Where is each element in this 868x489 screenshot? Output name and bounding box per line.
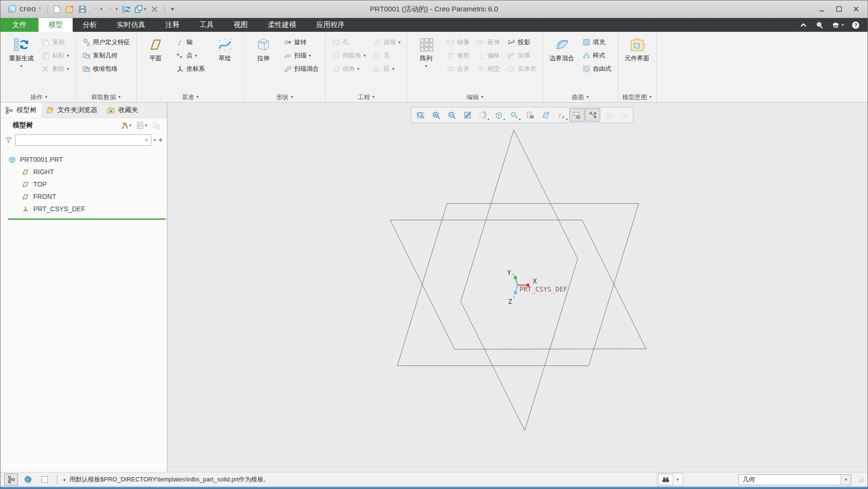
repaint-button[interactable] — [460, 108, 475, 122]
window-switch-button[interactable]: ▾ — [133, 3, 148, 15]
拉伸-button[interactable]: 拉伸 — [248, 35, 279, 63]
binoculars-button[interactable] — [658, 474, 673, 485]
group-label[interactable]: 形状▾ — [247, 92, 323, 102]
孔-button[interactable]: 孔 — [330, 36, 368, 48]
filter-dropdown-arrow[interactable]: ▾ — [154, 138, 156, 142]
tab-柔性建模[interactable]: 柔性建模 — [258, 18, 306, 32]
tab-file[interactable]: 文件 — [0, 18, 38, 32]
收缩包络-button[interactable]: 收缩包络 — [80, 63, 132, 75]
group-label[interactable]: 工程▾ — [328, 92, 405, 102]
粘贴-button[interactable]: 粘贴▾ — [39, 49, 72, 62]
view-manager-button[interactable] — [522, 108, 538, 122]
tab-视图[interactable]: 视图 — [224, 18, 258, 32]
annotations-button[interactable] — [569, 108, 585, 122]
customize-toolbar-button[interactable]: ▼ — [169, 3, 177, 15]
倒圆角-button[interactable]: 倒圆角▾ — [330, 49, 368, 62]
display-style-button[interactable] — [491, 108, 506, 122]
csys-prt-csys-def[interactable]: XYZPRT_CSYS_DEF — [507, 269, 567, 306]
navigator-tab-收藏夹[interactable]: 收藏夹 — [102, 103, 143, 118]
group-label[interactable]: 编辑▾ — [410, 92, 540, 102]
close-button[interactable] — [849, 3, 864, 15]
datum-display-button[interactable] — [554, 108, 569, 122]
help-button[interactable]: ? — [851, 21, 860, 29]
元件界面-button[interactable]: 元件界面 — [622, 35, 652, 63]
tab-模型[interactable]: 模型 — [38, 18, 73, 32]
tree-item-PRT0001.PRT[interactable]: PRT0001.PRT — [0, 153, 167, 166]
重新生成-button[interactable]: 重新生成▾ — [6, 35, 37, 68]
clipping-button[interactable] — [616, 108, 632, 122]
sketch-entity[interactable] — [461, 130, 577, 431]
minimize-button[interactable] — [814, 3, 830, 15]
边界混合-button[interactable]: 边界混合 — [547, 35, 577, 63]
轴-button[interactable]: 轴 — [173, 36, 208, 48]
修剪-button[interactable]: 修剪 — [444, 49, 472, 62]
redo-button[interactable]: ▾ — [105, 3, 120, 15]
combo-dropdown-button[interactable]: ▾ — [840, 475, 851, 485]
偏移-button[interactable]: 偏移 — [474, 49, 502, 62]
navigator-tab-文件夹浏览器[interactable]: 文件夹浏览器 — [41, 103, 102, 118]
拔模-button[interactable]: 拔模▾ — [370, 36, 403, 48]
zoom-in-button[interactable] — [428, 108, 443, 122]
tab-实时仿真[interactable]: 实时仿真 — [107, 18, 155, 32]
group-label[interactable]: 获取数据▾ — [78, 92, 134, 102]
tree-filter-input[interactable] — [18, 136, 144, 144]
add-filter-button[interactable]: + — [158, 135, 163, 145]
tree-item-RIGHT[interactable]: RIGHT — [0, 166, 167, 178]
group-label[interactable]: 操作▾ — [5, 92, 73, 102]
open-folder-button[interactable] — [64, 3, 75, 15]
tab-分析[interactable]: 分析 — [73, 18, 107, 32]
resize-grip[interactable] — [857, 476, 864, 483]
find-dropdown-arrow[interactable]: ▾ — [673, 478, 682, 482]
复制几何-button[interactable]: 复制几何 — [80, 49, 132, 62]
tree-search-off-button[interactable] — [151, 119, 162, 132]
投影-button[interactable]: 投影 — [505, 36, 539, 48]
settings-list-button[interactable]: ▾ — [134, 119, 149, 132]
填充-button[interactable]: 填充 — [580, 36, 614, 48]
实体化-button[interactable]: 实体化 — [505, 63, 539, 75]
加厚-button[interactable]: 加厚 — [505, 49, 539, 62]
壳-button[interactable]: 壳 — [370, 49, 403, 62]
样式-button[interactable]: 样式 — [580, 49, 614, 62]
graphics-canvas[interactable]: XYZPRT_CSYS_DEF — [168, 103, 868, 472]
selection-filter-combo[interactable]: 几何▾ — [738, 474, 851, 485]
group-label[interactable]: 模型意图▾ — [621, 92, 654, 102]
tab-应用程序[interactable]: 应用程序 — [306, 18, 355, 32]
saved-views-button[interactable] — [507, 108, 522, 122]
maximize-button[interactable] — [831, 3, 847, 15]
zoom-out-button[interactable] — [444, 108, 459, 122]
延伸-button[interactable]: 延伸 — [474, 36, 502, 48]
analysis-tools-button[interactable] — [601, 108, 616, 122]
tab-注释[interactable]: 注释 — [155, 18, 189, 32]
undo-button[interactable]: ▾ — [89, 3, 104, 15]
扫描混合-button[interactable]: 扫描混合 — [281, 63, 321, 75]
相交-button[interactable]: 相交 — [474, 63, 502, 75]
blank-box-button[interactable] — [38, 473, 51, 486]
草绘-button[interactable]: 草绘 — [210, 35, 240, 63]
command-search-button[interactable] — [815, 21, 824, 29]
自由式-button[interactable]: 自由式 — [580, 63, 614, 75]
阵列-button[interactable]: 阵列▾ — [411, 35, 442, 68]
合并-button[interactable]: 合并 — [444, 63, 472, 75]
平面-button[interactable]: 平面 — [141, 35, 171, 63]
shading-button[interactable] — [475, 108, 491, 122]
learning-center-button[interactable]: ▾ — [831, 21, 844, 29]
tree-item-PRT_CSYS_DEF[interactable]: PRT_CSYS_DEF — [0, 203, 167, 215]
旋转-button[interactable]: 旋转 — [281, 36, 321, 48]
扫描-button[interactable]: 扫描▾ — [281, 49, 321, 62]
clear-filter-icon[interactable]: × — [144, 136, 148, 144]
web-browser-button[interactable] — [21, 473, 35, 486]
tree-item-FRONT[interactable]: FRONT — [0, 190, 167, 203]
用户定义特征-button[interactable]: 用户定义特征 — [80, 36, 132, 48]
坐标系-button[interactable]: 坐标系 — [173, 63, 208, 75]
tab-工具[interactable]: 工具 — [189, 18, 224, 32]
复制-button[interactable]: 复制 — [39, 36, 72, 48]
regenerate-qat-button[interactable] — [120, 3, 132, 15]
navigator-tab-模型树[interactable]: 模型树 — [0, 103, 41, 118]
close-window-button[interactable] — [149, 3, 160, 15]
点-button[interactable]: 点▾ — [173, 49, 208, 62]
镜像-button[interactable]: 镜像 — [444, 36, 472, 48]
spin-center-button[interactable] — [585, 108, 600, 122]
new-file-button[interactable] — [51, 3, 63, 15]
倒角-button[interactable]: 倒角▾ — [330, 63, 368, 75]
筋-button[interactable]: 筋▾ — [370, 63, 403, 75]
